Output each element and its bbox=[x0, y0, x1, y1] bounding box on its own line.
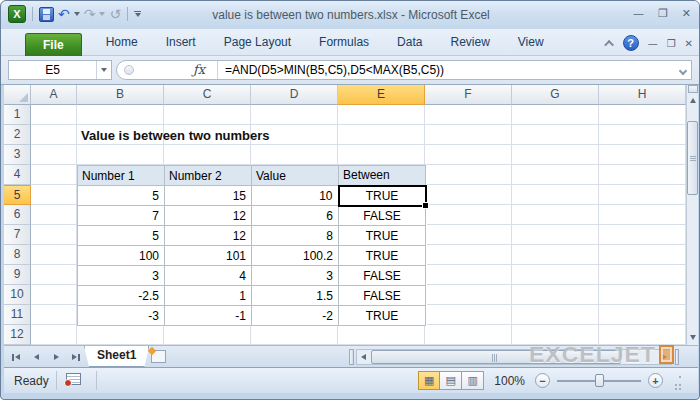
cell-H10[interactable] bbox=[599, 285, 686, 305]
table-cell[interactable]: TRUE bbox=[339, 226, 426, 246]
page-layout-view-icon[interactable]: ▤ bbox=[440, 371, 462, 390]
table-cell[interactable]: 3 bbox=[252, 266, 339, 286]
cell-A1[interactable] bbox=[31, 105, 77, 125]
cell-A6[interactable] bbox=[31, 205, 77, 225]
cell-C12[interactable] bbox=[164, 325, 251, 345]
cell-H6[interactable] bbox=[599, 205, 686, 225]
cell-G8[interactable] bbox=[512, 245, 599, 265]
row-header-6[interactable]: 6 bbox=[4, 205, 31, 225]
cell-G9[interactable] bbox=[512, 265, 599, 285]
cell-A11[interactable] bbox=[31, 305, 77, 325]
cell-A10[interactable] bbox=[31, 285, 77, 305]
table-header-number-2[interactable]: Number 2 bbox=[165, 166, 252, 186]
row-header-9[interactable]: 9 bbox=[4, 265, 31, 285]
expand-formula-bar-icon[interactable] bbox=[679, 67, 687, 75]
table-cell[interactable]: FALSE bbox=[339, 286, 426, 306]
cell-G12[interactable] bbox=[512, 325, 599, 345]
cell-F1[interactable] bbox=[425, 105, 512, 125]
cell-F9[interactable] bbox=[425, 265, 512, 285]
cell-G6[interactable] bbox=[512, 205, 599, 225]
horizontal-scrollbar[interactable] bbox=[356, 349, 672, 365]
table-header-value[interactable]: Value bbox=[252, 166, 339, 186]
restore-window-icon[interactable]: ❐ bbox=[658, 7, 668, 20]
ribbon-tab-formulas[interactable]: Formulas bbox=[305, 29, 383, 56]
cell-G4[interactable] bbox=[512, 165, 599, 185]
cell-H7[interactable] bbox=[599, 225, 686, 245]
last-sheet-icon[interactable] bbox=[68, 349, 84, 365]
column-header-E[interactable]: E bbox=[338, 85, 425, 105]
zoom-out-icon[interactable]: − bbox=[535, 373, 550, 388]
table-cell[interactable]: 101 bbox=[165, 246, 252, 266]
select-all-corner[interactable] bbox=[4, 85, 31, 105]
cell-F6[interactable] bbox=[425, 205, 512, 225]
column-header-F[interactable]: F bbox=[425, 85, 512, 105]
split-handle[interactable] bbox=[688, 85, 698, 93]
cell-G1[interactable] bbox=[512, 105, 599, 125]
cell-F5[interactable] bbox=[425, 185, 512, 205]
zoom-slider[interactable] bbox=[557, 373, 641, 388]
cell-C3[interactable] bbox=[164, 145, 251, 165]
cell-G7[interactable] bbox=[512, 225, 599, 245]
cell-F8[interactable] bbox=[425, 245, 512, 265]
table-cell[interactable]: FALSE bbox=[339, 266, 426, 286]
scroll-right-icon[interactable] bbox=[658, 350, 671, 364]
cell-E12[interactable] bbox=[338, 325, 425, 345]
cell-H11[interactable] bbox=[599, 305, 686, 325]
ribbon-tab-home[interactable]: Home bbox=[92, 29, 152, 56]
row-header-12[interactable]: 12 bbox=[4, 325, 31, 345]
table-cell[interactable]: -2 bbox=[252, 306, 339, 326]
column-header-D[interactable]: D bbox=[251, 85, 338, 105]
cell-B3[interactable] bbox=[77, 145, 164, 165]
cell-F2[interactable] bbox=[425, 125, 512, 145]
table-cell[interactable]: -1 bbox=[165, 306, 252, 326]
cell-F11[interactable] bbox=[425, 305, 512, 325]
cell-F4[interactable] bbox=[425, 165, 512, 185]
cell-A4[interactable] bbox=[31, 165, 77, 185]
cell-G2[interactable] bbox=[512, 125, 599, 145]
minimize-ribbon-icon[interactable] bbox=[604, 39, 614, 49]
scroll-left-icon[interactable] bbox=[357, 350, 370, 364]
row-header-11[interactable]: 11 bbox=[4, 305, 31, 325]
table-cell[interactable]: -2.5 bbox=[78, 286, 165, 306]
cell-G10[interactable] bbox=[512, 285, 599, 305]
cell-D1[interactable] bbox=[251, 105, 338, 125]
name-box-dropdown-icon[interactable] bbox=[96, 61, 111, 79]
row-header-5[interactable]: 5 bbox=[4, 185, 31, 205]
cell-A8[interactable] bbox=[31, 245, 77, 265]
cell-H3[interactable] bbox=[599, 145, 686, 165]
cell-D3[interactable] bbox=[251, 145, 338, 165]
column-header-A[interactable]: A bbox=[31, 85, 77, 105]
vertical-scroll-thumb[interactable] bbox=[687, 121, 698, 195]
table-cell[interactable]: 3 bbox=[78, 266, 165, 286]
table-cell[interactable]: 7 bbox=[78, 206, 165, 226]
zoom-in-icon[interactable]: + bbox=[648, 373, 663, 388]
ribbon-tab-review[interactable]: Review bbox=[436, 29, 503, 56]
previous-sheet-icon[interactable] bbox=[28, 349, 44, 365]
normal-view-icon[interactable]: ▦ bbox=[418, 371, 440, 390]
table-header-between[interactable]: Between bbox=[339, 166, 426, 186]
record-macro-icon[interactable] bbox=[66, 373, 81, 385]
table-cell[interactable]: TRUE bbox=[339, 246, 426, 266]
table-cell[interactable]: 15 bbox=[165, 186, 252, 206]
page-break-preview-icon[interactable]: ▥ bbox=[462, 371, 484, 390]
cell-F7[interactable] bbox=[425, 225, 512, 245]
horizontal-scroll-thumb[interactable] bbox=[371, 350, 621, 364]
ribbon-tab-data[interactable]: Data bbox=[383, 29, 436, 56]
cell-A12[interactable] bbox=[31, 325, 77, 345]
cell-A9[interactable] bbox=[31, 265, 77, 285]
table-cell[interactable]: 100 bbox=[78, 246, 165, 266]
ribbon-tab-page-layout[interactable]: Page Layout bbox=[210, 29, 305, 56]
cell-B1[interactable] bbox=[77, 105, 164, 125]
ribbon-tab-file[interactable]: File bbox=[25, 33, 82, 56]
cell-H5[interactable] bbox=[599, 185, 686, 205]
close-window-icon[interactable]: ✕ bbox=[682, 7, 691, 20]
cell-H2[interactable] bbox=[599, 125, 686, 145]
ribbon-tab-view[interactable]: View bbox=[504, 29, 558, 56]
table-cell[interactable]: 5 bbox=[78, 186, 165, 206]
sheet-tab-sheet1[interactable]: Sheet1 bbox=[84, 346, 149, 367]
table-cell[interactable]: 6 bbox=[252, 206, 339, 226]
column-header-B[interactable]: B bbox=[77, 85, 164, 105]
cell-H4[interactable] bbox=[599, 165, 686, 185]
table-cell[interactable]: 10 bbox=[252, 186, 339, 206]
table-cell[interactable]: 12 bbox=[165, 206, 252, 226]
